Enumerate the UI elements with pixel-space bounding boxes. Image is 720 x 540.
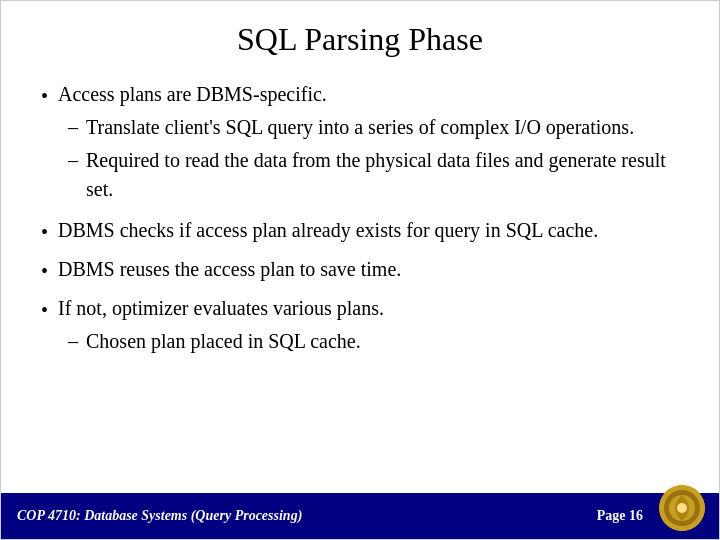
bullet-list: • Access plans are DBMS-specific. – Tran… [41,80,679,368]
sub-text-1-1: Translate client's SQL query into a seri… [86,113,679,142]
bullet-text-4: If not, optimizer evaluates various plan… [58,297,384,319]
logo-svg [659,485,705,531]
bullet-text-1: Access plans are DBMS-specific. [58,83,327,105]
ucf-logo [659,485,709,535]
sub-dash: – [68,146,78,175]
list-item: • DBMS checks if access plan already exi… [41,216,679,247]
sub-list-1: – Translate client's SQL query into a se… [68,113,679,204]
bullet-dot: • [41,218,48,247]
logo-circle [659,485,705,531]
bullet-dot: • [41,82,48,111]
list-item: • DBMS reuses the access plan to save ti… [41,255,679,286]
footer-page-number: Page 16 [597,508,643,524]
slide-footer: COP 4710: Database Systems (Query Proces… [1,493,719,539]
bullet-dot: • [41,257,48,286]
list-item: • Access plans are DBMS-specific. – Tran… [41,80,679,208]
slide-container: SQL Parsing Phase • Access plans are DBM… [0,0,720,540]
bullet-text-2: DBMS checks if access plan already exist… [58,219,598,241]
sub-list-item: – Required to read the data from the phy… [68,146,679,204]
sub-dash: – [68,327,78,356]
sub-dash: – [68,113,78,142]
bullet-text-3: DBMS reuses the access plan to save time… [58,258,401,280]
bullet-dot: • [41,296,48,325]
svg-point-3 [677,503,687,513]
sub-list-4: – Chosen plan placed in SQL cache. [68,327,679,356]
slide-title: SQL Parsing Phase [41,21,679,58]
footer-course-text: COP 4710: Database Systems (Query Proces… [17,508,597,524]
sub-list-item: – Chosen plan placed in SQL cache. [68,327,679,356]
list-item: • If not, optimizer evaluates various pl… [41,294,679,360]
sub-list-item: – Translate client's SQL query into a se… [68,113,679,142]
slide-content: SQL Parsing Phase • Access plans are DBM… [1,1,719,493]
sub-text-4-1: Chosen plan placed in SQL cache. [86,327,679,356]
sub-text-1-2: Required to read the data from the physi… [86,146,679,204]
